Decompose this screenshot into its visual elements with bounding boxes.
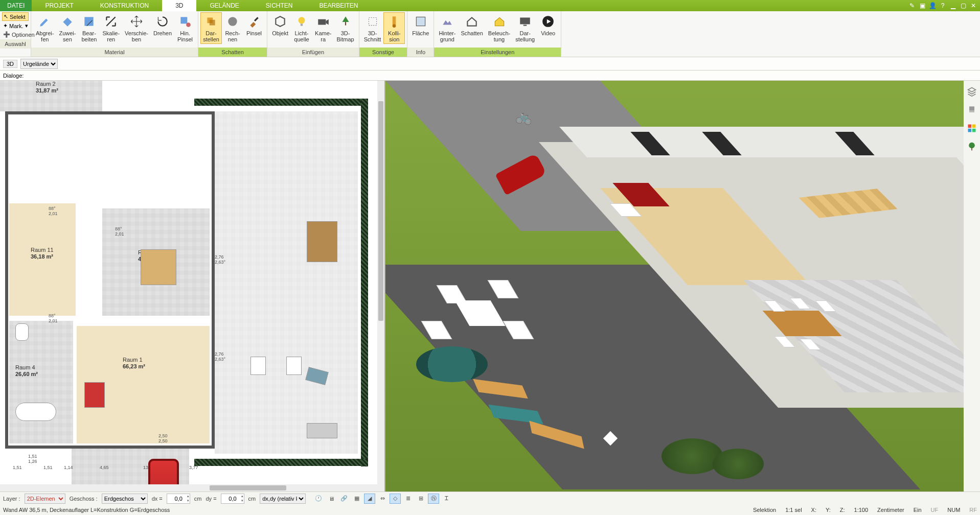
clock-icon[interactable]: 🕐 <box>313 494 324 504</box>
snap-ortho-icon[interactable]: ⇔ <box>377 494 388 504</box>
zuweisen-button[interactable]: Zuwei- sen <box>56 12 78 44</box>
scrollbar-2d-vertical[interactable] <box>377 81 384 484</box>
menu-sichten[interactable]: SICHTEN <box>253 0 306 11</box>
monitor-icon[interactable]: 🖥 <box>326 494 337 504</box>
group-info: Fläche Info <box>407 11 434 57</box>
tree-side-icon[interactable] <box>966 141 977 152</box>
group-einfuegen-label: Einfügen <box>267 48 359 57</box>
svg-rect-18 <box>969 111 974 112</box>
grid-icon[interactable]: ⊞ <box>415 494 426 504</box>
status-z: Z: <box>840 507 845 513</box>
group-auswahl-label: Auswahl <box>0 39 31 49</box>
cursor-icon[interactable]: Ꮖ <box>441 494 452 504</box>
status-ratio: 1:1 sel <box>785 507 802 513</box>
status-unit: Zentimeter <box>877 507 904 513</box>
svg-rect-10 <box>369 17 376 25</box>
drehen-button[interactable]: Drehen <box>151 12 174 38</box>
skalieren-button[interactable]: Skalie- ren <box>100 12 122 44</box>
tool-icon[interactable]: ▣ <box>918 2 927 10</box>
svg-rect-7 <box>301 24 303 26</box>
bearbeiten-button[interactable]: Bear- beiten <box>78 12 100 44</box>
mark-button[interactable]: ✦ Mark. ▾ <box>2 22 29 30</box>
svg-rect-13 <box>416 17 425 26</box>
schnitt-button[interactable]: 3D- Schnitt <box>361 12 384 44</box>
snap-grid-icon[interactable]: ▦ <box>351 494 362 504</box>
darstellung-button[interactable]: Dar- stellung <box>513 12 537 44</box>
snap-angle-icon[interactable]: ◢ <box>364 494 375 504</box>
selekt-button[interactable]: ↖ Selekt <box>2 12 29 21</box>
group-einfuegen: Objekt Licht- quelle Kame- ra 3D- Bitmap… <box>267 11 359 57</box>
bicycle-3d: 🚲 <box>515 108 533 126</box>
link-icon[interactable]: 🔗 <box>338 494 350 504</box>
menu-3d[interactable]: 3D <box>162 0 196 11</box>
kollision-button[interactable]: Kolli- sion <box>383 12 405 44</box>
verschieben-button[interactable]: Verschie- ben <box>122 12 151 44</box>
snap-cube-icon[interactable]: ◇ <box>390 494 401 504</box>
menu-bearbeiten[interactable]: BEARBEITEN <box>306 0 372 11</box>
bucket-icon <box>60 14 75 29</box>
flaeche-button[interactable]: Fläche <box>409 12 431 38</box>
viewport-3d[interactable]: 🚲 <box>385 81 964 491</box>
viewport-2d[interactable]: Raum 231,87 m² Raum 1136,18 m² Raum 545,… <box>0 81 385 491</box>
abgreifen-button[interactable]: Abgrei- fen <box>33 12 56 44</box>
patio-chair-2d-1 <box>250 357 266 375</box>
status-num: NUM <box>947 507 960 513</box>
layers-icon[interactable] <box>966 86 977 97</box>
pinsel-button[interactable]: Pinsel <box>243 12 265 38</box>
svg-point-6 <box>299 17 305 24</box>
bitmap-button[interactable]: 3D- Bitmap <box>334 12 356 44</box>
help-icon[interactable]: ? <box>938 2 947 10</box>
group-info-label: Info <box>407 48 434 57</box>
geschoss-select[interactable]: Erdgeschos <box>102 494 148 504</box>
menu-file[interactable]: DATEI <box>0 0 32 11</box>
view-tag: 3D <box>3 60 17 68</box>
menu-konstruktion[interactable]: KONSTRUKTION <box>87 0 162 11</box>
dy-label: dy = <box>206 496 216 502</box>
geschoss-label: Geschoss : <box>70 496 98 502</box>
hinpinsel-button[interactable]: Hin. Pinsel <box>174 12 196 44</box>
hintergrund-button[interactable]: Hinter- grund <box>436 12 458 44</box>
scrollbar-2d-horizontal[interactable] <box>0 484 384 491</box>
tree-icon <box>338 14 353 29</box>
schatten-settings-button[interactable]: Schatten <box>458 12 485 38</box>
dim-1: 88° 2,01 <box>49 206 58 216</box>
dx-input[interactable] <box>167 494 190 504</box>
camera-icon <box>315 14 331 29</box>
optionen-button[interactable]: ➕ Optionen <box>2 31 29 38</box>
terrain-select[interactable]: Urgelände <box>20 59 58 69</box>
layer-label: Layer : <box>3 496 20 502</box>
snap-lines-icon[interactable]: ≣ <box>402 494 414 504</box>
user-icon[interactable]: 👤 <box>928 2 937 10</box>
group-material: Abgrei- fen Zuwei- sen Bear- beiten Skal… <box>31 11 198 57</box>
status-selektion: Selektion <box>753 507 776 513</box>
palette-icon[interactable] <box>966 123 977 134</box>
maximize-icon[interactable]: ▢ <box>959 2 968 10</box>
objekt-button[interactable]: Objekt <box>269 12 291 38</box>
chair-icon[interactable] <box>966 104 977 115</box>
svg-point-12 <box>393 24 396 28</box>
video-button[interactable]: Video <box>537 12 559 38</box>
rechnen-button[interactable]: Rech- nen <box>222 12 243 44</box>
coord-mode-select[interactable]: dx,dy (relativ ka <box>260 494 306 504</box>
menu-gelaende[interactable]: GELÄNDE <box>196 0 252 11</box>
view-select-bar: 3D Urgelände <box>0 57 980 71</box>
menu-bar: DATEI PROJEKT KONSTRUKTION 3D GELÄNDE SI… <box>0 0 980 11</box>
layer-select[interactable]: 2D-Elemen <box>25 494 65 504</box>
dx-unit: cm <box>194 496 202 502</box>
pin-icon[interactable]: ✎ <box>907 2 917 10</box>
snap-on-icon[interactable]: Ⓝ <box>428 494 439 504</box>
dy-input[interactable] <box>221 494 244 504</box>
close-icon[interactable]: ✕ <box>969 2 978 10</box>
calc-shadow-icon <box>225 14 240 29</box>
object-icon <box>272 14 288 29</box>
render-shadow-icon <box>203 14 219 29</box>
menu-projekt[interactable]: PROJEKT <box>32 0 86 11</box>
minimize-icon[interactable]: ▁ <box>948 2 958 10</box>
kamera-button[interactable]: Kame- ra <box>312 12 334 44</box>
beleuchtung-button[interactable]: Beleuch- tung <box>486 12 513 44</box>
darstellen-button[interactable]: Dar- stellen <box>200 12 222 44</box>
svg-rect-21 <box>968 129 972 132</box>
svg-point-2 <box>186 22 191 27</box>
lichtquelle-button[interactable]: Licht- quelle <box>291 12 312 44</box>
dim-9: 1,14 <box>64 465 73 470</box>
